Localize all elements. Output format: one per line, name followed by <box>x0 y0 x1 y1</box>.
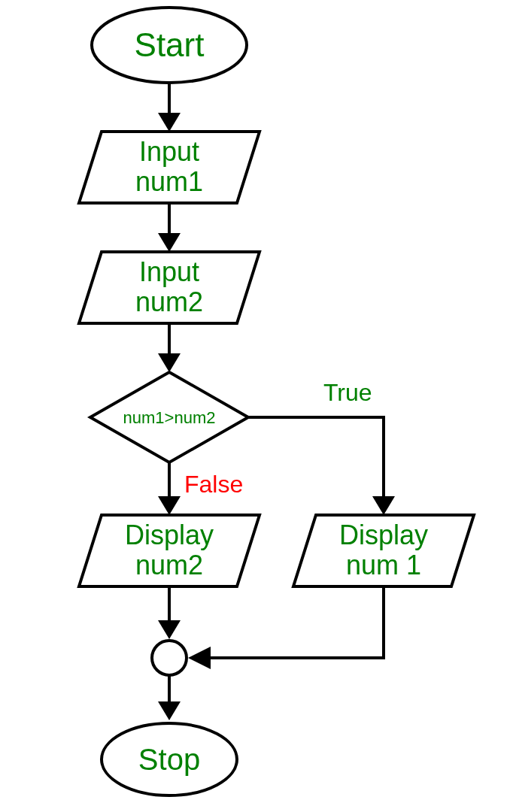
io-display-left-label-1: Display <box>125 520 214 550</box>
edge-junction-to-stop <box>158 675 181 720</box>
io-display-right-label-2: num 1 <box>346 550 421 580</box>
svg-marker-11 <box>188 647 211 669</box>
svg-marker-8 <box>372 496 395 515</box>
io-input1-label-2: num1 <box>135 166 203 197</box>
edge-dispR-to-junction <box>188 586 384 669</box>
edge-dispL-to-junction <box>158 586 181 639</box>
svg-marker-7 <box>158 496 181 515</box>
io-display-right-label-1: Display <box>339 520 428 550</box>
io-input2-label-1: Input <box>139 256 199 287</box>
svg-marker-13 <box>158 701 181 720</box>
io-display-left-label-2: num2 <box>135 550 203 580</box>
svg-marker-5 <box>158 353 181 372</box>
edge-decision-true <box>248 417 395 515</box>
edge-input2-to-decision <box>158 323 181 372</box>
svg-marker-1 <box>158 113 181 132</box>
io-input1-label-1: Input <box>139 136 199 167</box>
edge-label-true: True <box>323 379 372 406</box>
edge-input1-to-input2 <box>158 203 181 252</box>
terminal-start-label: Start <box>135 26 205 63</box>
decision-label: num1>num2 <box>123 408 216 427</box>
terminal-stop-label: Stop <box>138 743 200 776</box>
svg-marker-10 <box>158 620 181 639</box>
edge-label-false: False <box>184 471 243 498</box>
edge-decision-false <box>158 462 181 515</box>
svg-marker-3 <box>158 233 181 252</box>
connector-junction <box>152 641 187 675</box>
edge-start-to-input1 <box>158 83 181 132</box>
io-input2-label-2: num2 <box>135 286 203 317</box>
